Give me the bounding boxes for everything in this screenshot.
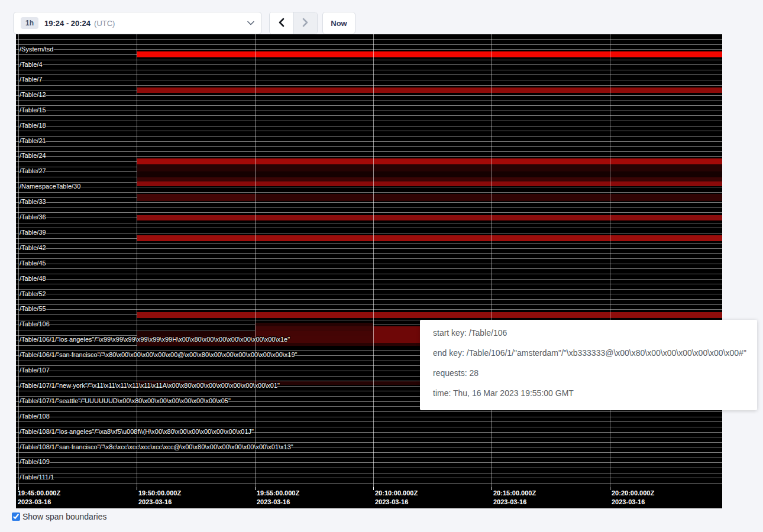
span-boundary-line bbox=[16, 70, 722, 70]
span-boundary-line bbox=[16, 141, 722, 142]
show-span-boundaries-row: Show span boundaries bbox=[12, 512, 106, 521]
span-boundary-line bbox=[16, 289, 722, 290]
show-span-boundaries-checkbox[interactable] bbox=[12, 512, 20, 521]
row-key-label: /Table/106/1/"san francisco"/"\x80\x00\x… bbox=[20, 351, 298, 359]
row-key-label: /Table/106/1/"los angeles"/"\x99\x99\x99… bbox=[20, 336, 290, 343]
axis-date-text: 2023-03-16 bbox=[612, 498, 654, 507]
axis-time-text: 19:55:00.000Z bbox=[257, 489, 299, 498]
axis-date-text: 2023-03-16 bbox=[257, 498, 299, 507]
row-key-label: /Table/4 bbox=[20, 61, 43, 69]
row-key-label: /NamespaceTable/30 bbox=[20, 183, 80, 190]
span-boundary-line bbox=[16, 136, 722, 137]
span-boundary-line bbox=[16, 462, 722, 463]
heat-band-segment bbox=[137, 171, 722, 177]
row-key-label: /Table/111/1 bbox=[20, 473, 54, 481]
row-key-label: /Table/42 bbox=[20, 244, 46, 252]
time-range-select[interactable]: 1h 19:24 - 20:24 (UTC) bbox=[13, 12, 262, 34]
row-key-label: /Table/36 bbox=[20, 213, 46, 221]
key-visualizer-heatmap[interactable]: /System/tsd/Table/4/Table/7/Table/12/Tab… bbox=[16, 34, 722, 508]
span-boundary-line bbox=[16, 243, 722, 244]
column-boundary-line bbox=[137, 34, 137, 487]
span-boundary-line bbox=[16, 264, 722, 264]
span-boundary-line bbox=[16, 304, 722, 305]
row-key-label: /Table/48 bbox=[20, 275, 46, 283]
span-boundary-line bbox=[16, 115, 722, 116]
span-boundary-line bbox=[16, 85, 722, 86]
axis-time-text: 19:50:00.000Z bbox=[138, 489, 181, 498]
row-key-label: /Table/107 bbox=[20, 366, 50, 374]
column-boundary-line bbox=[255, 34, 256, 487]
heat-band-segment bbox=[137, 181, 722, 186]
column-boundary-line bbox=[610, 34, 610, 487]
span-boundary-line bbox=[16, 192, 722, 193]
span-boundary-line bbox=[16, 473, 722, 473]
heat-band-segment bbox=[137, 331, 255, 336]
span-boundary-line bbox=[16, 95, 722, 96]
chevron-left-icon bbox=[277, 18, 285, 29]
span-boundary-line bbox=[16, 100, 722, 101]
row-key-label: /Table/18 bbox=[20, 122, 46, 129]
time-range-text: 19:24 - 20:24 bbox=[44, 19, 90, 28]
next-interval-button[interactable] bbox=[293, 12, 318, 34]
span-boundary-line bbox=[16, 309, 722, 310]
column-boundary-line bbox=[18, 34, 19, 487]
span-boundary-line bbox=[16, 207, 722, 208]
row-key-label: /Table/52 bbox=[20, 290, 46, 298]
span-boundary-line bbox=[16, 49, 722, 50]
span-boundary-line bbox=[16, 458, 722, 458]
span-boundary-line bbox=[16, 417, 722, 417]
heat-band-segment bbox=[137, 87, 722, 93]
span-boundary-line bbox=[16, 212, 722, 213]
span-boundary-line bbox=[16, 223, 722, 223]
heat-band-segment bbox=[255, 194, 722, 201]
heat-band-segment bbox=[137, 164, 722, 171]
span-boundary-line bbox=[16, 258, 722, 259]
row-key-label: /Table/24 bbox=[20, 152, 46, 160]
time-range-duration-badge: 1h bbox=[21, 17, 38, 29]
time-axis-label: 19:50:00.000Z2023-03-16 bbox=[138, 489, 181, 507]
row-key-label: /Table/27 bbox=[20, 167, 46, 175]
row-key-label: /Table/15 bbox=[20, 106, 46, 114]
heat-band-segment bbox=[137, 51, 722, 57]
span-boundary-line bbox=[16, 294, 722, 294]
time-axis-label: 20:15:00.000Z2023-03-16 bbox=[493, 489, 536, 507]
row-key-label: /Table/107/1/"seattle"/"UUUUUUD\x00\x80\… bbox=[20, 397, 231, 405]
time-nav-group bbox=[269, 12, 318, 34]
span-boundary-line bbox=[16, 437, 722, 437]
span-boundary-line bbox=[16, 233, 722, 233]
span-boundary-line bbox=[16, 248, 722, 249]
span-boundary-line bbox=[16, 202, 722, 203]
span-boundary-line bbox=[16, 442, 722, 443]
span-boundary-line bbox=[16, 421, 722, 422]
span-boundary-line bbox=[16, 156, 722, 157]
axis-date-text: 2023-03-16 bbox=[493, 498, 536, 507]
span-boundary-line bbox=[16, 151, 722, 152]
axis-date-text: 2023-03-16 bbox=[375, 498, 418, 507]
span-boundary-line bbox=[16, 111, 722, 111]
heat-band-segment bbox=[137, 158, 722, 164]
axis-time-text: 20:20:00.000Z bbox=[612, 489, 654, 498]
axis-time-text: 20:15:00.000Z bbox=[493, 489, 536, 498]
tooltip-requests: requests: 28 bbox=[433, 367, 744, 379]
previous-interval-button[interactable] bbox=[270, 12, 293, 34]
time-axis-label: 20:20:00.000Z2023-03-16 bbox=[612, 489, 654, 507]
span-boundary-line bbox=[16, 228, 722, 228]
heat-band-segment bbox=[137, 177, 722, 181]
column-boundary-line bbox=[373, 34, 374, 487]
span-boundary-line bbox=[16, 44, 722, 45]
now-button[interactable]: Now bbox=[322, 12, 355, 34]
row-key-label: /System/tsd bbox=[20, 46, 53, 53]
span-boundary-line bbox=[16, 427, 722, 427]
column-boundary-line bbox=[492, 34, 492, 487]
tooltip-end-key: end key: /Table/106/1/"amsterdam"/"\xb33… bbox=[433, 347, 744, 359]
span-boundary-line bbox=[16, 64, 722, 65]
axis-tick bbox=[137, 487, 137, 490]
span-boundary-line bbox=[16, 105, 722, 106]
axis-date-text: 2023-03-16 bbox=[138, 498, 181, 507]
span-boundary-line bbox=[16, 483, 722, 484]
span-boundary-line bbox=[16, 146, 722, 147]
row-key-label: /Table/107/1/"new york"/"\x11\x11\x11\x1… bbox=[20, 382, 280, 390]
row-key-label: /Table/33 bbox=[20, 198, 46, 206]
heat-band-segment bbox=[255, 331, 373, 336]
row-key-label: /Table/55 bbox=[20, 305, 46, 313]
